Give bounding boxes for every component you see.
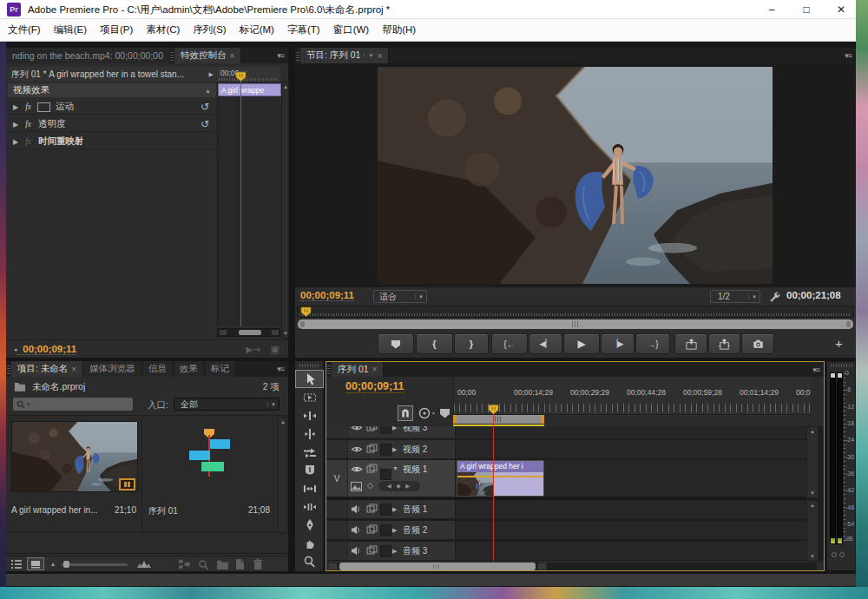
go-to-out-button[interactable]: →} — [635, 333, 670, 354]
tab-effect-controls[interactable]: 特效控制台 × — [174, 48, 241, 63]
panel-grip[interactable] — [296, 50, 299, 61]
expand-icon[interactable]: ▶ — [8, 121, 18, 128]
scroll-handle[interactable] — [239, 330, 261, 335]
sequence-item-name[interactable]: 序列 01 — [148, 505, 178, 517]
timeline-hscrollbar[interactable] — [328, 563, 817, 570]
zoom-in-icon[interactable] — [136, 559, 152, 569]
tab-markers[interactable]: 标记 — [205, 361, 236, 377]
menu-title[interactable]: 字幕(T) — [287, 23, 320, 36]
panel-grip[interactable] — [327, 365, 331, 374]
panel-menu-icon[interactable]: ▾≡ — [273, 48, 288, 63]
project-item-sequence[interactable]: 序列 01 21;08 — [143, 419, 275, 530]
resolution-dropdown[interactable]: 1/2 ▼ — [710, 290, 760, 303]
tab-sequence-01[interactable]: 序列 01 × — [332, 362, 384, 377]
icon-view-button[interactable] — [27, 557, 44, 570]
new-bin-icon[interactable] — [216, 559, 229, 569]
settings-wrench-icon[interactable] — [768, 291, 780, 303]
expand-icon[interactable]: ▶ — [8, 103, 18, 111]
scroll-handle[interactable] — [339, 563, 536, 570]
fit-dropdown[interactable]: 适合 ▼ — [373, 290, 427, 303]
tool-slide[interactable] — [295, 497, 324, 516]
track-video2[interactable]: ▶ 视频 2 — [326, 440, 806, 458]
tool-slip[interactable] — [295, 479, 324, 497]
tool-selection[interactable] — [295, 370, 324, 388]
collapse-track-icon[interactable]: ▼ — [392, 465, 398, 471]
ec-mini-hscrollbar[interactable] — [217, 328, 280, 337]
zoom-out-icon[interactable]: ▴ — [51, 560, 55, 568]
go-to-in-button[interactable]: {← — [491, 333, 528, 354]
sync-lock-icon[interactable] — [366, 426, 378, 432]
track-audio1[interactable]: ▶ 音频 1 — [326, 500, 806, 518]
export-frame-dim-icon[interactable]: ▣ — [260, 344, 288, 355]
sync-lock-icon[interactable] — [366, 504, 378, 514]
ec-clip-bar[interactable]: A girl wrappe — [218, 83, 281, 96]
program-zoom-scrollbar[interactable] — [298, 319, 853, 329]
add-marker-button[interactable] — [378, 333, 414, 354]
find-icon[interactable] — [198, 559, 209, 570]
program-current-time[interactable]: 00;00;09;11 — [300, 290, 354, 301]
toggle-output-eye-icon[interactable] — [351, 444, 363, 454]
time-ruler[interactable]: 00;00 00;00;14;29 00;00;29;29 00;00;44;2… — [453, 377, 811, 415]
ec-mini-ruler[interactable]: 00;00 — [217, 67, 280, 82]
panel-grip[interactable] — [299, 364, 319, 367]
panel-menu-icon[interactable]: ▾≡ — [840, 48, 856, 63]
reset-effect-icon[interactable]: ↺ — [201, 118, 216, 130]
menu-project[interactable]: 项目(P) — [100, 23, 133, 36]
add-keyframe-icon[interactable]: ◇ — [367, 481, 373, 490]
close-tab-icon[interactable]: × — [372, 365, 378, 374]
ec-current-time[interactable]: 00;00;09;11 — [17, 344, 76, 355]
extract-button[interactable] — [708, 333, 740, 354]
reset-effect-icon[interactable]: ↺ — [201, 101, 216, 113]
maximize-button[interactable]: □ — [792, 0, 821, 19]
ec-mini-timeline[interactable]: A girl wrappe — [217, 82, 280, 326]
tool-zoom[interactable] — [295, 552, 324, 570]
panel-menu-icon[interactable]: ▾≡ — [273, 361, 288, 377]
menu-window[interactable]: 窗口(W) — [333, 23, 370, 36]
close-tab-icon[interactable]: × — [71, 365, 76, 374]
program-playhead-marker[interactable] — [300, 306, 312, 317]
menu-clip[interactable]: 素材(C) — [146, 23, 180, 36]
encore-chapter-marker-button[interactable]: ▼ — [418, 405, 436, 421]
tool-ripple-edit[interactable] — [295, 406, 324, 425]
speaker-icon[interactable] — [351, 504, 361, 514]
video-tracks-scrollbar[interactable]: ▲ ▼ — [806, 426, 819, 498]
tool-razor[interactable] — [295, 461, 324, 479]
timeline-clip[interactable]: A girl wrapped her i — [457, 460, 544, 497]
opacity-rubber-band[interactable] — [457, 476, 543, 477]
ec-effect-opacity[interactable]: ▶ fx 透明度 ↺ — [8, 117, 216, 132]
track-audio3[interactable]: ▶ 音频 3 — [326, 542, 806, 560]
tool-rate-stretch[interactable] — [295, 443, 324, 461]
play-button[interactable]: ▶ — [563, 333, 600, 354]
minimize-button[interactable]: – — [757, 0, 786, 19]
timeline-current-time[interactable]: 00;00;09;11 — [345, 380, 404, 393]
sequence-icon[interactable] — [185, 428, 233, 482]
sync-lock-icon[interactable] — [366, 444, 378, 454]
menu-help[interactable]: 帮助(H) — [382, 23, 416, 36]
tab-source-monitor[interactable]: nding on the beach.mp4: 00;00;00;00 — [6, 48, 169, 63]
target-track-v[interactable]: V — [326, 460, 348, 497]
audio-tracks-scrollbar[interactable]: ▲ ▼ — [806, 500, 819, 562]
step-forward-button[interactable]: ▕▶ — [601, 333, 635, 354]
tool-rolling-edit[interactable] — [295, 425, 324, 443]
slider-knob[interactable] — [63, 561, 69, 568]
tab-effects[interactable]: 效果 — [174, 361, 205, 377]
show-keyframes-icon[interactable]: ▶ — [209, 71, 216, 78]
clip-item-name[interactable]: A girl wrapped her in... — [11, 505, 98, 515]
solo-left-icon[interactable] — [832, 552, 837, 557]
close-button[interactable]: ✕ — [826, 0, 856, 19]
panel-grip[interactable] — [170, 50, 174, 61]
display-style-icon[interactable] — [351, 482, 362, 491]
project-vscrollbar[interactable]: ▲ — [278, 417, 287, 533]
menu-edit[interactable]: 编辑(E) — [54, 23, 87, 36]
keyframe-navigator[interactable]: ◀ ◆ ▶ — [378, 481, 420, 491]
button-editor-plus[interactable]: + — [835, 336, 843, 351]
thumbnail-zoom-slider[interactable] — [62, 563, 128, 566]
new-item-icon[interactable] — [234, 558, 246, 570]
menu-sequence[interactable]: 序列(S) — [193, 23, 226, 36]
mark-out-button[interactable]: } — [454, 333, 489, 354]
track-video1[interactable]: V ▼ 视频 1 ◇ ◀ ◆ ▶ — [326, 460, 806, 497]
work-area-bar[interactable] — [453, 415, 544, 424]
sync-lock-icon[interactable] — [366, 524, 378, 535]
monitor-select-icon[interactable]: ▼ — [364, 53, 373, 58]
tool-pen[interactable] — [295, 516, 324, 534]
